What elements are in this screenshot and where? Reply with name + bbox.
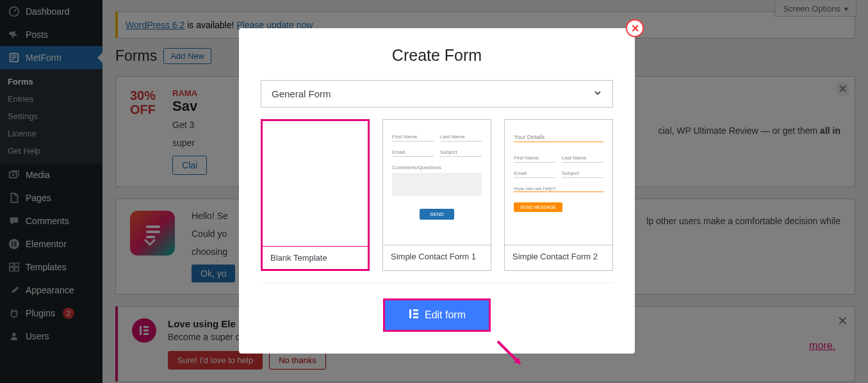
svg-rect-25 <box>409 309 411 318</box>
template-preview <box>263 121 368 246</box>
preview-send-button: SEND <box>420 209 454 220</box>
edit-form-button[interactable]: Edit form <box>383 298 491 332</box>
elementor-edit-icon <box>408 308 420 322</box>
template-label: Simple Contact Form 1 <box>383 245 491 268</box>
form-type-select[interactable]: General Form <box>261 80 613 108</box>
create-form-modal: ✕ Create Form General Form Blank Templat… <box>239 28 635 354</box>
template-grid: Blank Template First NameLast Name Email… <box>261 119 613 283</box>
chevron-down-icon <box>593 88 602 99</box>
template-blank[interactable]: Blank Template <box>261 119 370 271</box>
modal-title: Create Form <box>239 46 635 65</box>
template-simple-contact-2[interactable]: Your Details First NameLast Name EmailSu… <box>504 119 613 271</box>
template-preview: First NameLast Name EmailSubject Comment… <box>383 120 491 245</box>
template-preview: Your Details First NameLast Name EmailSu… <box>505 120 612 245</box>
template-label: Blank Template <box>263 246 368 269</box>
template-simple-contact-1[interactable]: First NameLast Name EmailSubject Comment… <box>382 119 491 271</box>
close-modal-button[interactable]: ✕ <box>626 19 644 37</box>
svg-rect-26 <box>413 309 418 311</box>
select-value: General Form <box>272 88 331 99</box>
svg-rect-28 <box>413 316 418 318</box>
svg-rect-27 <box>413 313 418 315</box>
edit-form-label: Edit form <box>425 309 466 321</box>
preview-send-button: SEND MESSAGE <box>514 202 562 212</box>
template-label: Simple Contact Form 2 <box>505 245 612 268</box>
